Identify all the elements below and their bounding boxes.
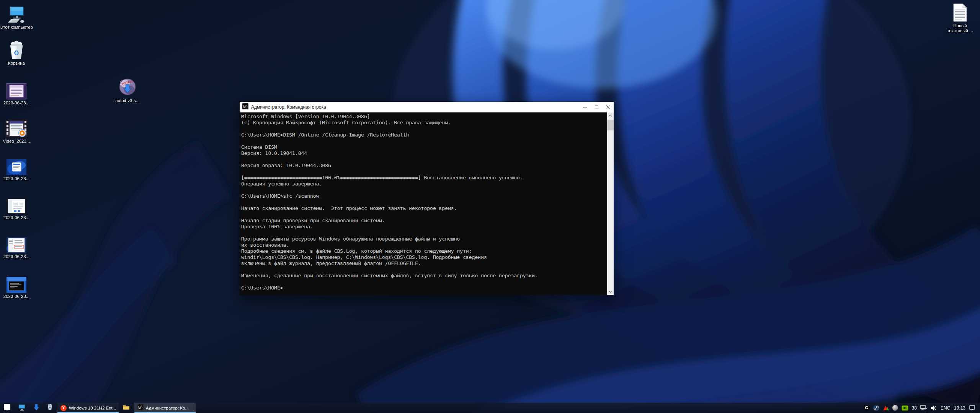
desktop-icon-label: Новый текстовый ... <box>942 23 978 33</box>
console-line: Версия: 10.0.19041.844 <box>241 150 607 156</box>
tray-logitech-g-icon[interactable]: G <box>864 405 870 411</box>
download-arrow-icon <box>33 404 39 412</box>
taskbar-pinned-file-explorer[interactable] <box>119 403 134 413</box>
recycle-bin-button[interactable] <box>43 403 57 413</box>
quick-launch-bar <box>14 403 57 413</box>
console-line: [==========================100.0%=======… <box>241 175 607 181</box>
console-line: Проверка 100% завершена. <box>241 224 607 230</box>
desktop-icon-screenshot-purple[interactable]: 2023-06-23... <box>0 80 33 106</box>
desktop-icon-label: 2023-06-23... <box>0 294 33 299</box>
desktop-icon-label: Этот компьютер <box>0 25 33 30</box>
desktop-icon-label: autoit-v3-s... <box>111 98 144 103</box>
desktop-icon-autoit-installer[interactable]: INSTALL autoit-v3-s... <box>111 77 144 103</box>
console-line: windir\Logs\CBS\CBS.log. Например, C:\Wi… <box>241 254 607 260</box>
tray-nvidia-settings-icon[interactable] <box>902 405 908 411</box>
recycle-bin-small-icon <box>47 404 53 412</box>
show-desktop-button[interactable] <box>14 403 29 413</box>
maximize-icon <box>595 106 598 109</box>
tray-msi-afterburner-icon[interactable] <box>883 405 889 411</box>
console-line <box>241 211 607 218</box>
screenshot-cmd-icon <box>0 273 33 293</box>
taskbar-task-yandex-browser[interactable]: YWindows 10 21H2 Ent... <box>57 403 119 413</box>
taskbar-tasks: YWindows 10 21H2 Ent... C:\ Администрато… <box>57 403 196 413</box>
maximize-button[interactable] <box>591 102 602 112</box>
console-line: включены в файл журнала, предоставляемый… <box>241 260 607 267</box>
text-document-icon <box>942 2 978 22</box>
console-line: Начато сканирование системы. Этот процес… <box>241 205 607 211</box>
console-line <box>241 138 607 144</box>
cmd-icon: C:\ <box>242 103 248 111</box>
windows-logo-icon <box>4 404 10 412</box>
taskbar-task-cmd[interactable]: C:\ Администратор: Ко... <box>134 403 196 413</box>
console-line: Изменения, сделанные при восстановлении … <box>241 273 607 279</box>
desktop-icon-screenshot-dialog[interactable]: 2023-06-23... <box>0 155 33 181</box>
window-title: Администратор: Командная строка <box>251 104 579 110</box>
cmd-icon: C:\ <box>137 404 144 412</box>
titlebar[interactable]: C:\ Администратор: Командная строка <box>240 102 614 112</box>
console-line <box>241 126 607 132</box>
svg-text:C:\: C:\ <box>138 405 143 408</box>
desktop-icon-label: 2023-06-23... <box>0 215 33 220</box>
screenshot-settings-icon <box>0 233 33 253</box>
console-line <box>241 267 607 273</box>
console-line: (c) Корпорация Майкрософт (Microsoft Cor… <box>241 120 607 126</box>
desktop-icon-screenshot-settings[interactable]: 2023-06-23... <box>0 233 33 259</box>
scroll-thumb[interactable] <box>607 120 614 130</box>
console-text: Microsoft Windows [Version 10.0.19044.30… <box>241 114 607 291</box>
console-line: Начало стадии проверки при сканировании … <box>241 218 607 224</box>
cmd-window: C:\ Администратор: Командная строка Micr… <box>239 101 614 295</box>
tray-gpu-temp[interactable]: 38 <box>912 405 917 411</box>
desktop-icon-label: 2023-06-23... <box>0 176 33 181</box>
console-line: Операция успешно завершена. <box>241 181 607 187</box>
console-line: C:\Users\HOME>DISM /Online /Cleanup-Imag… <box>241 132 607 138</box>
close-icon <box>606 105 610 109</box>
video-file-icon <box>0 118 33 138</box>
desktop-icon-text-document[interactable]: Новый текстовый ... <box>942 2 978 33</box>
screenshot-dialog-icon <box>0 155 33 175</box>
taskbar-task-label: Администратор: Ко... <box>146 406 189 410</box>
tray-steam-icon[interactable] <box>873 405 879 411</box>
minimize-icon <box>583 107 587 107</box>
desktop-icon-recycle-bin[interactable]: ♻Корзина <box>0 40 33 66</box>
desktop-icon-screenshot-cmd[interactable]: 2023-06-23... <box>0 273 33 299</box>
screenshot-purple-icon <box>0 80 33 99</box>
scrollbar[interactable] <box>607 112 614 295</box>
console-line: C:\Users\HOME>sfc /scannow <box>241 193 607 199</box>
console-line: Программа защиты ресурсов Windows обнару… <box>241 236 607 242</box>
file-explorer-icon <box>122 404 130 412</box>
chevron-up-icon <box>609 115 612 117</box>
tray-network-icon[interactable] <box>920 405 927 411</box>
scroll-down-button[interactable] <box>607 288 614 295</box>
desktop-icon-label: 2023-06-23... <box>0 254 33 259</box>
desktop-icon-label: Корзина <box>0 61 33 66</box>
start-button[interactable] <box>0 403 14 413</box>
tray-language-indicator[interactable]: ENG <box>941 405 951 411</box>
desktop-icon-video-file[interactable]: Video_2023... <box>0 118 33 144</box>
console-line <box>241 187 607 193</box>
tray-volume-icon[interactable] <box>931 405 937 411</box>
console-line: Подробные сведения см. в файле CBS.Log, … <box>241 248 607 254</box>
autoit-installer-icon: INSTALL <box>111 77 144 97</box>
system-tray: G 38 ENG19:13 <box>864 403 980 413</box>
svg-text:C:\: C:\ <box>243 104 248 107</box>
scroll-up-button[interactable] <box>607 112 614 119</box>
console-output[interactable]: Microsoft Windows [Version 10.0.19044.30… <box>240 112 614 295</box>
yandex-browser-icon: Y <box>60 405 67 411</box>
tray-clock[interactable]: 19:13 <box>954 405 965 411</box>
desktop-icon-label: 2023-06-23... <box>0 101 33 106</box>
console-line: их восстановила. <box>241 242 607 248</box>
desktop-icon-this-pc[interactable]: Этот компьютер <box>0 4 33 30</box>
close-button[interactable] <box>602 102 614 112</box>
console-line <box>241 230 607 236</box>
console-line <box>241 156 607 163</box>
tray-action-center-icon[interactable] <box>969 405 975 411</box>
svg-text:♻: ♻ <box>13 49 19 57</box>
minimize-button[interactable] <box>579 102 591 112</box>
desktop-icon-screenshot-explorer[interactable]: 2023-06-23... <box>0 194 33 220</box>
recycle-bin-icon: ♻ <box>0 40 33 60</box>
console-line <box>241 199 607 205</box>
chevron-down-icon <box>609 291 612 293</box>
console-line: Версия образа: 10.0.19044.3086 <box>241 163 607 169</box>
tray-gray-sphere-icon[interactable] <box>892 405 898 411</box>
downloads-button[interactable] <box>29 403 43 413</box>
